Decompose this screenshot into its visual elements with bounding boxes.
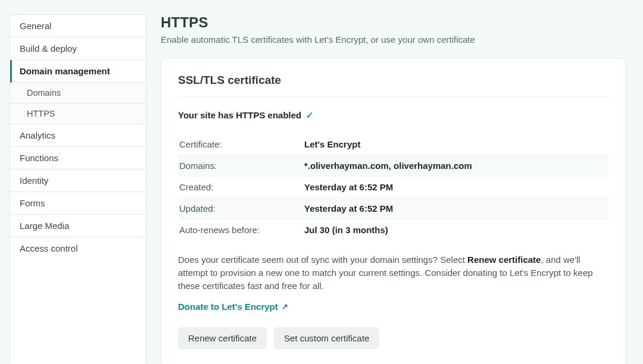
sidebar-subitem-domains[interactable]: Domains (10, 83, 146, 103)
cert-value-certificate: Let's Encrypt (303, 134, 609, 155)
cert-label-certificate: Certificate: (178, 134, 303, 155)
sidebar-item-build-deploy[interactable]: Build & deploy (10, 37, 146, 60)
cert-label-renews: Auto-renews before: (178, 219, 303, 241)
sidebar-item-large-media[interactable]: Large Media (10, 215, 146, 237)
main-content: HTTPS Enable automatic TLS certificates … (161, 14, 626, 364)
sidebar-item-domain-management[interactable]: Domain management (10, 60, 146, 83)
info-text-strong: Renew certificate (467, 255, 541, 265)
table-row: Certificate: Let's Encrypt (178, 134, 609, 155)
renew-certificate-button[interactable]: Renew certificate (178, 327, 267, 349)
renew-info-text: Does your certificate seem out of sync w… (178, 253, 609, 292)
settings-sidebar: General Build & deploy Domain management… (10, 14, 146, 364)
cert-value-updated: Yesterday at 6:52 PM (303, 198, 609, 219)
cert-value-renews: Jul 30 (in 3 months) (303, 219, 609, 241)
certificate-details-table: Certificate: Let's Encrypt Domains: *.ol… (178, 134, 609, 240)
table-row: Updated: Yesterday at 6:52 PM (178, 198, 609, 219)
donate-link-label: Donate to Let's Encrypt (178, 302, 278, 312)
external-link-icon: ↗ (282, 302, 288, 311)
sidebar-subitem-https[interactable]: HTTPS (10, 103, 146, 124)
sidebar-item-functions[interactable]: Functions (10, 147, 146, 170)
https-status: Your site has HTTPS enabled ✓ (178, 110, 609, 121)
cert-value-created: Yesterday at 6:52 PM (303, 177, 609, 198)
sidebar-item-access-control[interactable]: Access control (10, 237, 146, 259)
table-row: Auto-renews before: Jul 30 (in 3 months) (178, 219, 609, 241)
card-title: SSL/TLS certificate (178, 74, 609, 97)
page-title: HTTPS (161, 14, 626, 31)
donate-link[interactable]: Donate to Let's Encrypt ↗ (178, 302, 288, 312)
page-subtitle: Enable automatic TLS certificates with L… (161, 34, 626, 45)
https-status-text: Your site has HTTPS enabled (178, 110, 301, 120)
sidebar-item-identity[interactable]: Identity (10, 170, 146, 192)
info-text-before: Does your certificate seem out of sync w… (178, 255, 467, 265)
set-custom-certificate-button[interactable]: Set custom certificate (274, 327, 379, 349)
cert-label-updated: Updated: (178, 198, 303, 219)
cert-value-domains: *.oliverhayman.com, oliverhayman.com (303, 155, 609, 177)
sidebar-item-forms[interactable]: Forms (10, 192, 146, 215)
table-row: Created: Yesterday at 6:52 PM (178, 177, 609, 198)
cert-label-created: Created: (178, 177, 303, 198)
button-row: Renew certificate Set custom certificate (178, 327, 609, 349)
sidebar-item-general[interactable]: General (10, 15, 146, 37)
table-row: Domains: *.oliverhayman.com, oliverhayma… (178, 155, 609, 177)
sidebar-item-analytics[interactable]: Analytics (10, 124, 146, 147)
cert-label-domains: Domains: (178, 155, 303, 177)
ssl-tls-card: SSL/TLS certificate Your site has HTTPS … (161, 58, 626, 364)
check-icon: ✓ (306, 110, 314, 120)
